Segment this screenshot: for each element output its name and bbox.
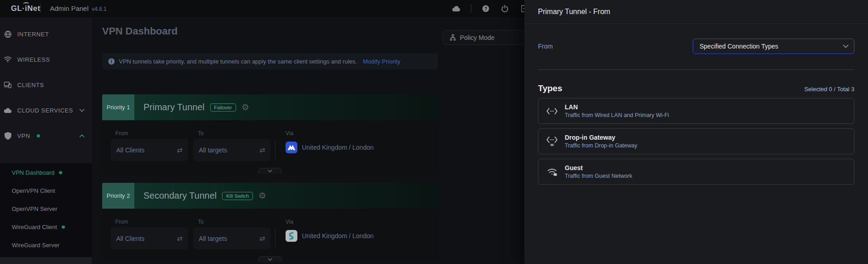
from-label: From — [115, 130, 188, 137]
topbar-icon-divider — [471, 5, 471, 13]
drawer-body: From Specified Connection Types Types Se… — [524, 39, 868, 185]
via-column: Via United Kingdom / London — [286, 219, 374, 249]
admin-panel-title: Admin Panel — [50, 5, 89, 12]
devices-icon — [4, 81, 12, 89]
cloud-icon[interactable] — [452, 4, 461, 13]
sidebar-item-label: CLOUD SERVICES — [17, 107, 73, 114]
lan-icon — [546, 107, 558, 115]
drawer-from-label: From — [538, 43, 553, 50]
type-card-guest[interactable]: Guest Traffic from Guest Network — [538, 159, 854, 185]
submenu-item-label: WireGuard Client — [12, 224, 57, 230]
from-selector[interactable]: All Clients ⇄ — [111, 139, 188, 161]
sidebar-item-vpn-dashboard[interactable]: VPN Dashboard — [0, 163, 92, 181]
svg-text:i: i — [111, 59, 112, 64]
swap-arrows-icon: ⇄ — [259, 235, 265, 243]
surfshark-icon — [286, 230, 297, 242]
page-title: VPN Dashboard — [102, 25, 178, 37]
sidebar-item-wireguard-client[interactable]: WireGuard Client — [0, 218, 92, 236]
to-selector[interactable]: All targets ⇄ — [193, 227, 271, 249]
sidebar-partial-item — [0, 257, 92, 264]
via-column: Via United Kingdom / London — [286, 130, 374, 161]
type-title: Guest — [565, 164, 632, 171]
via-value: United Kingdom / London — [302, 144, 374, 151]
chevron-up-icon — [79, 134, 84, 137]
sidebar-item-vpn[interactable]: VPN — [0, 123, 92, 148]
kill-switch-badge: Kill Switch — [222, 192, 253, 200]
vpn-submenu: VPN Dashboard OpenVPN Client OpenVPN Ser… — [0, 163, 92, 264]
tunnel-name: Secondary Tunnel — [143, 191, 217, 201]
banner-text: VPN tunnels take priority, and multiple … — [119, 58, 357, 65]
gear-icon[interactable]: ⚙ — [258, 191, 266, 200]
submenu-item-label: WireGuard Server — [12, 242, 59, 249]
from-value: All Clients — [116, 235, 144, 242]
priority-chip: Priority 2 — [102, 183, 134, 209]
swap-arrows-icon: ⇄ — [259, 146, 265, 154]
sidebar: INTERNET WIRELESS CLIENTS CLOUD SERVICES — [0, 17, 92, 264]
via-label: Via — [286, 219, 374, 225]
column-divider — [275, 140, 276, 159]
via-selector[interactable]: United Kingdom / London — [286, 230, 374, 242]
status-dot — [62, 225, 65, 229]
power-icon[interactable] — [500, 4, 509, 13]
drawer-header: Primary Tunnel - From — [524, 0, 868, 24]
to-label: To — [198, 130, 271, 137]
nordvpn-icon — [286, 142, 297, 153]
type-desc: Traffic from Drop-in Gateway — [565, 142, 637, 149]
to-value: All targets — [199, 147, 227, 154]
via-value: United Kingdom / London — [302, 232, 374, 240]
svg-text:W: W — [550, 143, 554, 147]
collapse-toggle[interactable] — [258, 168, 282, 174]
type-card-lan[interactable]: LAN Traffic from Wired LAN and Primary W… — [538, 98, 854, 124]
type-card-text: LAN Traffic from Wired LAN and Primary W… — [565, 103, 669, 118]
sidebar-item-openvpn-client[interactable]: OpenVPN Client — [0, 181, 92, 200]
sidebar-item-wireless[interactable]: WIRELESS — [0, 47, 92, 72]
tunnel-name: Primary Tunnel — [143, 102, 205, 112]
select-value: Specified Connection Types — [700, 43, 778, 50]
type-title: LAN — [565, 103, 669, 111]
sidebar-item-label: WIRELESS — [17, 56, 50, 63]
sidebar-item-openvpn-server[interactable]: OpenVPN Server — [0, 200, 92, 218]
from-label: From — [115, 219, 188, 225]
help-icon[interactable]: ? — [481, 4, 490, 13]
sidebar-item-clients[interactable]: CLIENTS — [0, 72, 92, 98]
chevron-down-icon — [843, 44, 848, 48]
to-column: To All targets ⇄ — [193, 130, 271, 161]
type-card-dropin-gateway[interactable]: W Drop-in Gateway Traffic from Drop-in G… — [538, 128, 854, 154]
failover-badge: Failover — [210, 103, 236, 112]
svg-text:?: ? — [484, 6, 487, 11]
gear-icon[interactable]: ⚙ — [242, 103, 249, 112]
connection-type-select[interactable]: Specified Connection Types — [693, 39, 854, 54]
via-label: Via — [286, 130, 374, 137]
dropin-gateway-icon: W — [546, 137, 558, 147]
from-selector[interactable]: All Clients ⇄ — [111, 227, 188, 249]
type-title: Drop-in Gateway — [565, 134, 637, 141]
policy-mode-label: Policy Mode — [460, 34, 494, 41]
swap-arrows-icon: ⇄ — [177, 146, 182, 154]
policy-mode-button[interactable]: Policy Mode — [443, 30, 533, 45]
sidebar-item-label: INTERNET — [17, 31, 49, 38]
swap-arrows-icon: ⇄ — [177, 235, 182, 243]
tunnel-header: Priority 2 Secondary Tunnel Kill Switch … — [102, 183, 438, 209]
sidebar-item-wireguard-server[interactable]: WireGuard Server — [0, 236, 92, 254]
globe-icon — [4, 30, 12, 38]
submenu-item-label: OpenVPN Server — [12, 205, 57, 212]
priority-chip: Priority 1 — [102, 94, 134, 120]
shield-icon — [4, 132, 12, 140]
sidebar-item-label: VPN — [17, 132, 30, 139]
to-column: To All targets ⇄ — [193, 219, 271, 249]
cloud-icon — [4, 106, 12, 114]
via-selector[interactable]: United Kingdom / London — [286, 142, 374, 153]
sidebar-item-internet[interactable]: INTERNET — [0, 21, 92, 47]
collapse-toggle[interactable] — [258, 256, 282, 262]
modify-priority-link[interactable]: Modify Priority — [363, 58, 400, 65]
sidebar-item-cloud-services[interactable]: CLOUD SERVICES — [0, 98, 92, 123]
vpn-status-dot — [37, 134, 40, 137]
to-value: All targets — [199, 235, 227, 242]
to-label: To — [198, 219, 271, 225]
status-dot — [59, 171, 62, 174]
info-icon: i — [108, 58, 115, 65]
column-divider — [275, 229, 276, 248]
tunnel-body: From All Clients ⇄ To All targets ⇄ — [102, 120, 438, 174]
from-value: All Clients — [116, 147, 144, 154]
to-selector[interactable]: All targets ⇄ — [193, 139, 271, 161]
